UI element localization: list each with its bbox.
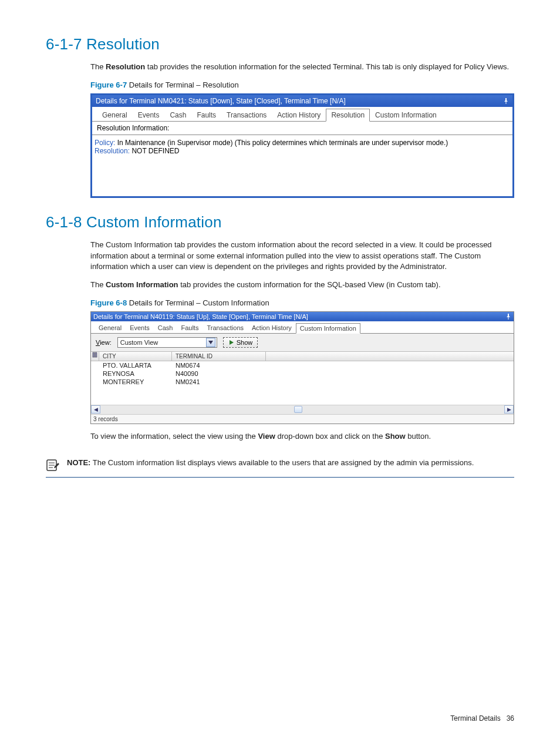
section-heading-resolution: 6-1-7 Resolution [46,35,514,53]
text-bold: View [258,432,275,441]
custom-info-para3: To view the information, select the view… [90,431,514,442]
svg-rect-1 [95,352,97,357]
cell-terminal-id: NM0674 [172,361,266,369]
cell-city: PTO. VALLARTA [99,361,172,369]
tab-action-history[interactable]: Action History [272,109,326,121]
figure-label: Figure 6-8 [90,298,127,307]
tab-events[interactable]: Events [133,109,165,121]
custom-info-tab-row: General Events Cash Faults Transactions … [91,321,514,333]
scroll-right-icon[interactable]: ▶ [504,405,514,414]
tab-action-history[interactable]: Action History [248,322,296,333]
note-icon [46,459,60,473]
grid-header: CITY TERMINAL ID [91,351,514,361]
note-text: NOTE: The Custom information list displa… [67,458,514,469]
resolution-panel: Details for Terminal NM0421: Status [Dow… [90,93,514,198]
panel-title-text: Details for Terminal N40119: Status [Up]… [93,313,308,320]
text-bold: Resolution [106,62,145,71]
resolution-value: NOT DEFINED [130,147,179,155]
show-button[interactable]: Show [223,337,258,348]
custom-info-para2: The Custom Information tab provides the … [90,280,514,291]
tab-faults[interactable]: Faults [177,322,203,333]
pin-icon[interactable] [505,314,511,320]
column-header-city[interactable]: CITY [99,352,172,361]
tab-general[interactable]: General [95,322,126,333]
pin-icon[interactable] [503,98,509,104]
figure-caption-text: Details for Terminal – Custom Informatio… [127,298,269,307]
text: tab provides the custom information for … [178,280,441,289]
resolution-content: Policy: In Maintenance (in Supervisor mo… [92,135,512,196]
svg-rect-0 [93,352,95,357]
resolution-tab-row: General Events Cash Faults Transactions … [92,107,512,121]
text-bold: Show [385,432,406,441]
horizontal-scrollbar[interactable]: ◀ ▶ [91,405,514,414]
text: The [90,62,106,71]
custom-info-panel: Details for Terminal N40119: Status [Up]… [90,311,514,424]
table-row[interactable]: REYNOSA N40090 [91,369,514,378]
scroll-left-icon[interactable]: ◀ [91,405,100,414]
resolution-label: Resolution: [95,147,130,155]
table-row[interactable]: PTO. VALLARTA NM0674 [91,361,514,369]
policy-value: In Maintenance (in Supervisor mode) (Thi… [115,139,448,147]
tab-resolution[interactable]: Resolution [326,109,370,122]
tab-transactions[interactable]: Transactions [203,322,248,333]
text-bold: Custom Information [106,280,178,289]
tab-events[interactable]: Events [126,322,154,333]
row-selector-header[interactable] [91,352,99,361]
note-body: The Custom information list displays vie… [90,458,474,467]
tab-custom-information[interactable]: Custom Information [370,109,442,121]
text: To view the information, select the view… [90,432,258,441]
column-header-terminal-id[interactable]: TERMINAL ID [172,352,266,361]
figure-caption-text: Details for Terminal – Resolution [127,80,239,89]
tab-cash[interactable]: Cash [164,109,191,121]
text: The [90,280,106,289]
resolution-panel-titlebar: Details for Terminal NM0421: Status [Dow… [92,95,512,107]
chevron-down-icon[interactable] [206,338,215,347]
resolution-info-header: Resolution Information: [92,121,512,135]
tab-transactions[interactable]: Transactions [221,109,272,121]
tab-custom-information[interactable]: Custom Information [296,323,360,334]
section-heading-custom-info: 6-1-8 Custom Information [46,213,514,231]
figure-6-7-caption: Figure 6-7 Details for Terminal – Resolu… [90,80,514,91]
grid-body: PTO. VALLARTA NM0674 REYNOSA N40090 MONT… [91,361,514,405]
resolution-intro-para: The Resolution tab provides the resoluti… [90,62,514,73]
figure-6-8-caption: Figure 6-8 Details for Terminal – Custom… [90,298,514,309]
cell-city: MONTERREY [99,378,172,386]
panel-title-text: Details for Terminal NM0421: Status [Dow… [96,97,346,105]
status-bar: 3 records [91,414,514,424]
cell-city: REYNOSA [99,369,172,378]
scroll-thumb[interactable] [294,406,302,413]
dropdown-value: Custom View [120,339,158,346]
figure-label: Figure 6-7 [90,80,127,89]
text: tab provides the resolution information … [145,62,509,71]
view-label: View: [96,339,112,346]
tab-general[interactable]: General [97,109,133,121]
text: button. [406,432,431,441]
view-dropdown[interactable]: Custom View [117,337,217,348]
text: drop-down box and click on the [275,432,385,441]
cell-terminal-id: N40090 [172,369,266,378]
tab-faults[interactable]: Faults [191,109,221,121]
play-icon [228,340,234,345]
scroll-track[interactable] [100,405,504,414]
cell-terminal-id: NM0241 [172,378,266,386]
custom-info-para1: The Custom Information tab provides the … [90,240,514,273]
show-button-label: Show [237,339,253,346]
custom-info-toolbar: View: Custom View Show [91,333,514,351]
custom-info-panel-titlebar: Details for Terminal N40119: Status [Up]… [91,312,514,321]
note-label: NOTE: [67,458,90,467]
table-row[interactable]: MONTERREY NM0241 [91,378,514,386]
tab-cash[interactable]: Cash [154,322,177,333]
policy-label: Policy: [95,139,115,147]
